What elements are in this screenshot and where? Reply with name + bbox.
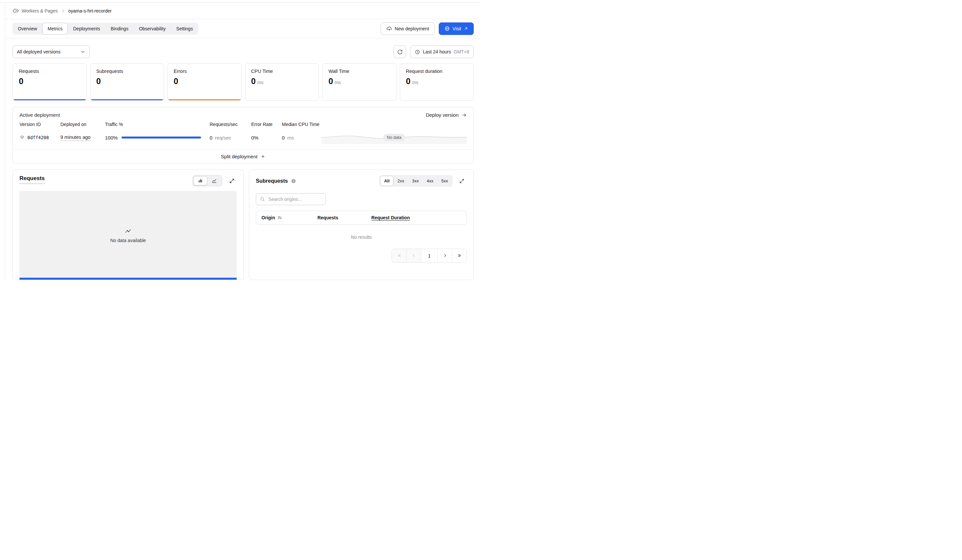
line-chart-toggle-button[interactable]: [207, 176, 221, 185]
first-page-button[interactable]: [392, 249, 407, 262]
status-filter-5xx[interactable]: 5xx: [437, 176, 452, 186]
version-id-cell: 0dff4208: [19, 131, 60, 144]
metric-unit: ms: [257, 80, 263, 85]
globe-icon: [444, 26, 450, 31]
clock-icon: [415, 49, 420, 55]
metric-label: Request duration: [406, 69, 468, 74]
column-median-cpu: Median CPU Time: [282, 122, 321, 131]
tab-settings[interactable]: Settings: [171, 23, 199, 35]
traffic-progress-bar: [121, 137, 201, 138]
metric-label: Wall Time: [328, 69, 390, 74]
column-requests[interactable]: Requests: [317, 215, 371, 220]
time-range-button[interactable]: Last 24 hours GMT+8: [410, 45, 474, 58]
status-filter-2xx[interactable]: 2xx: [394, 176, 408, 186]
status-filter-4xx[interactable]: 4xx: [423, 176, 437, 186]
median-cpu-value: 0: [282, 135, 284, 140]
expand-requests-button[interactable]: [227, 176, 237, 186]
chevron-next-icon: [442, 253, 448, 258]
refresh-icon: [397, 49, 403, 55]
workers-logo-icon: [13, 8, 19, 14]
search-origins-input[interactable]: [268, 196, 322, 202]
subrequests-panel-title: Subrequests: [256, 178, 288, 184]
metric-value: 0: [251, 77, 256, 86]
deploy-version-link[interactable]: Deploy version: [426, 112, 467, 118]
expand-subrequests-button[interactable]: [457, 176, 467, 186]
version-id-value: 0dff4208: [27, 135, 49, 140]
tab-observability[interactable]: Observability: [134, 23, 171, 35]
traffic-value: 100%: [105, 135, 118, 140]
split-deployment-label: Split deployment: [221, 154, 258, 159]
timezone-label: GMT+8: [454, 49, 469, 55]
no-results-text: No results: [256, 235, 467, 240]
deploy-version-label: Deploy version: [426, 112, 458, 118]
bottom-row: Requests: [13, 169, 474, 280]
metric-value: 0: [174, 77, 178, 86]
deployment-table: Version ID Deployed on Traffic % Request…: [13, 122, 473, 150]
no-data-badge: No data: [383, 134, 405, 141]
new-deployment-label: New deployment: [395, 26, 429, 31]
chevron-prev-icon: [412, 253, 416, 258]
metric-value: 0: [328, 77, 333, 86]
expand-icon: [229, 178, 235, 184]
previous-page-button[interactable]: [407, 249, 421, 262]
metric-unit: ms: [335, 80, 341, 85]
plus-icon: [260, 154, 265, 159]
request-duration-header-label: Request Duration: [371, 215, 410, 220]
metric-value: 0: [406, 77, 411, 86]
metric-card-cpu-time[interactable]: CPU Time 0ms: [245, 63, 319, 101]
last-page-button[interactable]: [452, 249, 466, 262]
requests-panel: Requests: [13, 169, 244, 280]
breadcrumb-workers-pages[interactable]: Workers & Pages: [22, 8, 58, 13]
status-filter-3xx[interactable]: 3xx: [408, 176, 423, 186]
deployment-sparkline: No data: [321, 131, 467, 144]
origin-header-label: Origin: [261, 215, 275, 220]
next-page-button[interactable]: [437, 249, 452, 262]
status-filter-group: All 2xx 3xx 4xx 5xx: [379, 175, 453, 187]
new-deployment-button[interactable]: New deployment: [381, 23, 435, 35]
no-data-chart-icon: [124, 228, 132, 235]
metric-accent-bar: [400, 99, 474, 100]
current-page-indicator: 1: [421, 249, 437, 262]
filter-right: Last 24 hours GMT+8: [394, 45, 474, 58]
error-rate-cell: 0%: [251, 131, 282, 144]
metric-card-errors[interactable]: Errors 0: [167, 63, 242, 101]
split-deployment-button[interactable]: Split deployment: [219, 153, 267, 159]
tab-bindings[interactable]: Bindings: [105, 23, 134, 35]
metric-card-wall-time[interactable]: Wall Time 0ms: [322, 63, 397, 101]
metric-label: Subrequests: [97, 69, 158, 74]
metric-card-subrequests[interactable]: Subrequests 0: [90, 63, 165, 101]
metric-card-request-duration[interactable]: Request duration 0ms: [400, 63, 474, 101]
metric-card-requests[interactable]: Requests 0: [13, 63, 87, 101]
chart-controls: [192, 175, 237, 186]
metric-accent-bar: [13, 99, 87, 100]
refresh-button[interactable]: [394, 45, 406, 58]
column-request-duration[interactable]: Request Duration: [371, 215, 461, 220]
requests-header-label: Requests: [317, 215, 338, 220]
error-rate-value: 0%: [251, 135, 258, 140]
time-range-value: Last 24 hours: [423, 49, 451, 55]
tab-deployments[interactable]: Deployments: [68, 23, 105, 35]
deployed-on-value[interactable]: 9 minutes ago: [60, 135, 90, 141]
tab-overview[interactable]: Overview: [13, 23, 42, 35]
tab-metrics[interactable]: Metrics: [42, 23, 68, 35]
chart-time-brush[interactable]: [19, 278, 237, 280]
column-origin[interactable]: Origin: [261, 215, 317, 220]
status-filter-all[interactable]: All: [380, 176, 394, 186]
active-deployment-panel: Active deployment Deploy version Version…: [13, 107, 474, 164]
column-requests-sec: Requests/sec: [210, 122, 251, 131]
visit-button[interactable]: Visit: [439, 23, 474, 35]
column-traffic: Traffic %: [105, 122, 210, 131]
search-icon: [260, 196, 265, 202]
bar-chart-toggle-button[interactable]: [194, 176, 207, 185]
sort-icon: [277, 216, 282, 220]
metric-accent-bar: [90, 99, 164, 100]
metric-accent-bar: [245, 99, 319, 100]
chart-type-toggle: [192, 175, 222, 186]
median-cpu-cell: 0 ms: [282, 131, 321, 144]
version-filter-dropdown[interactable]: All deployed versions: [13, 45, 90, 58]
chevron-right-icon: [61, 8, 65, 13]
version-filter-value: All deployed versions: [17, 49, 60, 55]
active-deployment-title: Active deployment: [19, 112, 60, 118]
info-icon[interactable]: [291, 179, 296, 184]
metric-value: 0: [97, 77, 101, 86]
